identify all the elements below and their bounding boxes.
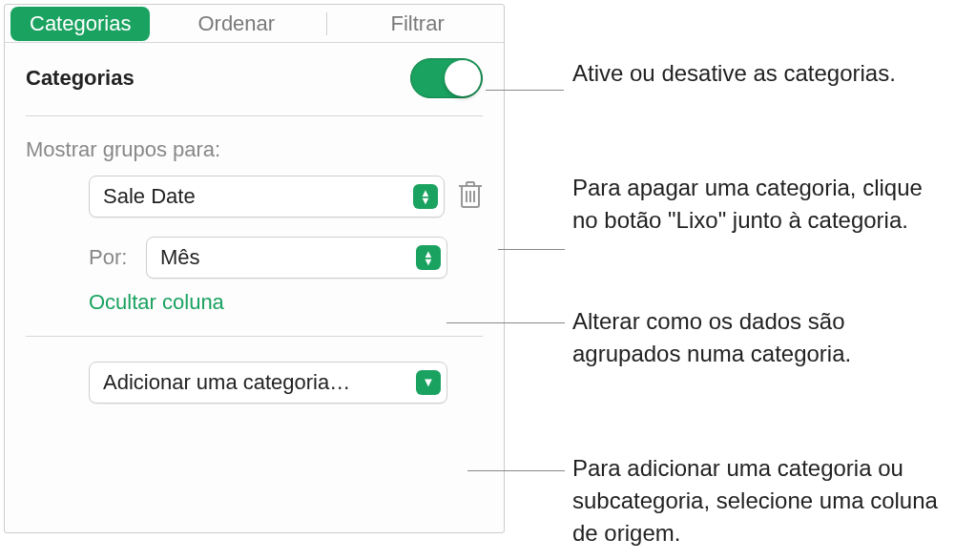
leader-line bbox=[498, 249, 565, 250]
section-header: Categorias bbox=[5, 43, 504, 116]
callout-toggle: Ative ou desative as categorias. bbox=[572, 57, 897, 90]
leader-line bbox=[467, 470, 565, 471]
callout-trash: Para apagar uma categoria, clique no bot… bbox=[572, 172, 954, 237]
show-groups-label: Mostrar grupos para: bbox=[26, 137, 483, 162]
updown-icon: ▲ ▼ bbox=[413, 184, 438, 209]
tab-categorias[interactable]: Categorias bbox=[10, 7, 150, 41]
leader-line bbox=[486, 90, 564, 91]
by-value: Mês bbox=[160, 245, 200, 270]
divider bbox=[26, 336, 483, 337]
callout-add: Para adicionar uma categoria ou subcateg… bbox=[572, 452, 954, 550]
tabs-bar: Categorias Ordenar Filtrar bbox=[5, 5, 504, 43]
updown-icon: ▲ ▼ bbox=[416, 245, 441, 270]
add-category-select[interactable]: Adicionar uma categoria… ▼ bbox=[89, 362, 447, 404]
categories-panel: Categorias Ordenar Filtrar Categorias Mo… bbox=[4, 4, 505, 533]
trash-icon[interactable] bbox=[458, 179, 483, 215]
panel-body: Mostrar grupos para: Sale Date ▲ ▼ bbox=[5, 116, 504, 404]
source-column-value: Sale Date bbox=[103, 184, 196, 209]
by-select[interactable]: Mês ▲ ▼ bbox=[146, 237, 447, 279]
section-title: Categorias bbox=[26, 66, 135, 91]
tab-divider bbox=[326, 12, 327, 35]
hide-column-link[interactable]: Ocultar coluna bbox=[89, 290, 224, 315]
categories-toggle[interactable] bbox=[410, 58, 483, 98]
tab-ordenar[interactable]: Ordenar bbox=[150, 5, 322, 43]
source-column-select[interactable]: Sale Date ▲ ▼ bbox=[89, 176, 445, 218]
chevron-down-icon: ▼ bbox=[416, 370, 441, 395]
add-category-label: Adicionar uma categoria… bbox=[103, 370, 350, 395]
tab-filtrar[interactable]: Filtrar bbox=[331, 5, 504, 43]
by-label: Por: bbox=[89, 245, 133, 270]
callout-by: Alterar como os dados são agrupados numa… bbox=[572, 305, 954, 370]
leader-line bbox=[446, 322, 565, 323]
toggle-knob bbox=[445, 60, 481, 96]
